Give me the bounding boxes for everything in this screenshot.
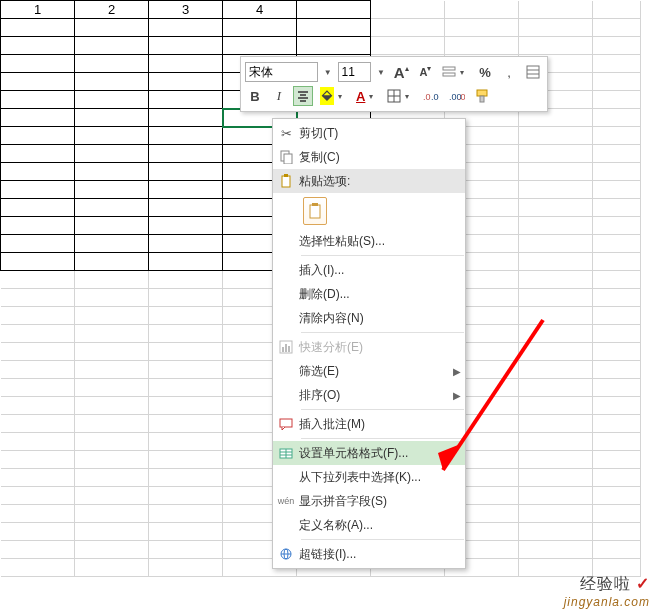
cell[interactable] (149, 163, 223, 181)
cell[interactable] (1, 19, 75, 37)
menu-show-pinyin[interactable]: wén 显示拼音字段(S) (273, 489, 465, 513)
cell[interactable] (1, 343, 75, 361)
cell[interactable] (75, 379, 149, 397)
cell[interactable] (75, 73, 149, 91)
accounting-format-button[interactable]: ▾ (439, 62, 471, 82)
cell[interactable] (593, 523, 641, 541)
cell[interactable] (519, 199, 593, 217)
cell[interactable] (75, 127, 149, 145)
cell[interactable] (593, 505, 641, 523)
cell[interactable] (297, 37, 371, 55)
cell[interactable] (1, 487, 75, 505)
cell[interactable] (519, 181, 593, 199)
cell[interactable] (371, 19, 445, 37)
menu-cut[interactable]: ✂ 剪切(T) (273, 121, 465, 145)
cell[interactable] (149, 433, 223, 451)
menu-sort[interactable]: 排序(O) ▶ (273, 383, 465, 407)
bold-button[interactable]: B (245, 86, 265, 106)
cell[interactable] (75, 343, 149, 361)
fill-color-button[interactable]: ⬙▾ (317, 86, 349, 106)
cell[interactable] (1, 505, 75, 523)
cell[interactable] (149, 37, 223, 55)
menu-delete[interactable]: 删除(D)... (273, 282, 465, 306)
cell[interactable] (593, 469, 641, 487)
cell[interactable]: 3 (149, 1, 223, 19)
cell[interactable] (371, 1, 445, 19)
font-name-dropdown-icon[interactable]: ▼ (322, 62, 334, 82)
cell[interactable] (1, 163, 75, 181)
cell[interactable] (1, 91, 75, 109)
cell[interactable] (519, 541, 593, 559)
cell[interactable] (1, 559, 75, 577)
cell[interactable] (593, 1, 641, 19)
cell[interactable] (149, 109, 223, 127)
cell[interactable] (445, 1, 519, 19)
menu-insert-comment[interactable]: 插入批注(M) (273, 412, 465, 436)
cell[interactable] (519, 253, 593, 271)
cell[interactable] (593, 253, 641, 271)
cell[interactable] (75, 397, 149, 415)
cell[interactable] (297, 1, 371, 19)
decrease-decimal-button[interactable]: .00.0 (446, 86, 468, 106)
cell[interactable] (75, 307, 149, 325)
menu-insert[interactable]: 插入(I)... (273, 258, 465, 282)
cell[interactable] (75, 235, 149, 253)
cell[interactable] (593, 343, 641, 361)
paste-default-button[interactable] (303, 197, 327, 225)
cell[interactable] (149, 415, 223, 433)
cell[interactable] (149, 505, 223, 523)
cell[interactable] (75, 109, 149, 127)
align-center-button[interactable] (293, 86, 313, 106)
comma-style-button[interactable]: , (499, 62, 519, 82)
increase-decimal-button[interactable]: .0.00 (420, 86, 442, 106)
cell[interactable] (149, 217, 223, 235)
cell[interactable] (593, 307, 641, 325)
font-color-button[interactable]: A▾ (353, 86, 380, 106)
cell[interactable] (519, 469, 593, 487)
cell[interactable] (519, 505, 593, 523)
cell[interactable] (593, 271, 641, 289)
cell[interactable] (593, 19, 641, 37)
cell[interactable] (75, 505, 149, 523)
cell[interactable] (149, 379, 223, 397)
cell[interactable] (149, 253, 223, 271)
cell[interactable] (1, 361, 75, 379)
cell[interactable] (593, 415, 641, 433)
cell[interactable] (149, 91, 223, 109)
cell[interactable] (519, 487, 593, 505)
cell[interactable] (75, 37, 149, 55)
cell[interactable] (593, 217, 641, 235)
cell[interactable] (1, 451, 75, 469)
cell[interactable] (445, 37, 519, 55)
cell[interactable] (149, 343, 223, 361)
cell[interactable] (593, 73, 641, 91)
cell[interactable] (1, 541, 75, 559)
cell[interactable] (593, 163, 641, 181)
cell[interactable] (593, 55, 641, 73)
cell[interactable] (297, 19, 371, 37)
cell[interactable] (149, 181, 223, 199)
menu-format-cells[interactable]: 设置单元格格式(F)... (273, 441, 465, 465)
cell[interactable] (519, 289, 593, 307)
cell[interactable] (1, 289, 75, 307)
cell[interactable] (593, 397, 641, 415)
menu-copy[interactable]: 复制(C) (273, 145, 465, 169)
cell[interactable] (593, 487, 641, 505)
menu-clear[interactable]: 清除内容(N) (273, 306, 465, 330)
font-name-select[interactable]: 宋体 (245, 62, 318, 82)
cell[interactable] (1, 253, 75, 271)
cell[interactable] (75, 325, 149, 343)
cell[interactable] (593, 37, 641, 55)
cell[interactable] (593, 145, 641, 163)
cell[interactable] (149, 289, 223, 307)
cell[interactable] (75, 289, 149, 307)
cell[interactable] (519, 451, 593, 469)
cell[interactable] (593, 379, 641, 397)
cell[interactable] (593, 235, 641, 253)
cell[interactable] (149, 235, 223, 253)
cell[interactable] (75, 217, 149, 235)
cell[interactable] (75, 523, 149, 541)
cell[interactable] (75, 271, 149, 289)
cell[interactable] (519, 271, 593, 289)
cell[interactable] (519, 325, 593, 343)
